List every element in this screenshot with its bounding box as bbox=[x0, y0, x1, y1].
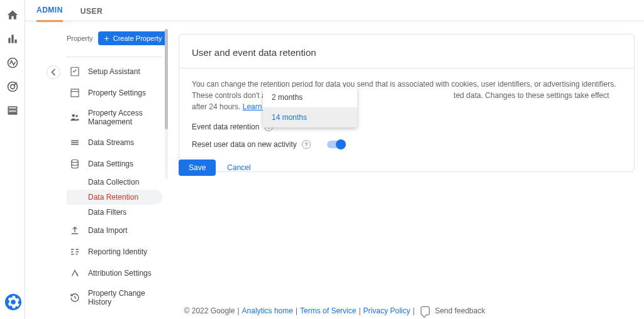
property-label: Property bbox=[67, 35, 93, 42]
footer-privacy-link[interactable]: Privacy Policy bbox=[364, 306, 411, 315]
nav-property-settings[interactable]: Property Settings bbox=[67, 82, 162, 104]
help-icon[interactable]: ? bbox=[302, 140, 311, 149]
nav-data-settings[interactable]: Data Settings bbox=[67, 153, 162, 175]
dropdown-option-14-months[interactable]: 14 months bbox=[263, 107, 357, 127]
identity-icon bbox=[69, 246, 80, 257]
svg-rect-0 bbox=[8, 38, 10, 43]
reports-icon[interactable] bbox=[6, 33, 19, 45]
svg-rect-2 bbox=[14, 40, 16, 43]
event-data-retention-row: Event data retention ? bbox=[192, 122, 621, 131]
admin-gear-fab[interactable] bbox=[5, 294, 21, 310]
database-icon bbox=[69, 158, 80, 170]
left-icon-rail bbox=[0, 0, 25, 319]
svg-point-13 bbox=[75, 115, 77, 117]
nav-data-import[interactable]: Data Import bbox=[67, 220, 162, 241]
tab-admin[interactable]: ADMIN bbox=[36, 6, 63, 22]
footer-analytics-home-link[interactable]: Analytics home bbox=[242, 306, 293, 315]
svg-point-12 bbox=[72, 114, 75, 117]
data-retention-card: User and event data retention You can ch… bbox=[179, 34, 635, 172]
home-icon[interactable] bbox=[6, 9, 19, 21]
svg-rect-6 bbox=[8, 107, 16, 109]
nav-setup-assistant[interactable]: Setup Assistant bbox=[67, 61, 162, 82]
nav-data-streams[interactable]: Data Streams bbox=[67, 132, 162, 153]
svg-rect-1 bbox=[11, 35, 13, 43]
advertising-icon[interactable] bbox=[6, 80, 19, 93]
settings-panel-icon bbox=[69, 87, 80, 99]
divider bbox=[25, 21, 644, 21]
nav-attribution-settings[interactable]: Attribution Settings bbox=[67, 262, 162, 284]
nav-property-access[interactable]: Property Access Management bbox=[67, 104, 162, 132]
svg-rect-7 bbox=[8, 110, 16, 112]
explore-icon[interactable] bbox=[6, 57, 19, 69]
svg-point-14 bbox=[72, 160, 79, 163]
tab-user[interactable]: USER bbox=[80, 7, 103, 21]
create-property-button[interactable]: + Create Property bbox=[98, 31, 169, 45]
event-data-retention-label: Event data retention bbox=[192, 122, 259, 131]
feedback-icon bbox=[421, 306, 430, 315]
streams-icon bbox=[69, 137, 80, 148]
page-footer: © 2022 Google | Analytics home | Terms o… bbox=[25, 303, 644, 319]
sidebar-scroll-thumb[interactable] bbox=[165, 29, 168, 129]
svg-rect-10 bbox=[71, 89, 79, 97]
footer-tos-link[interactable]: Terms of Service bbox=[300, 306, 356, 315]
attribution-icon bbox=[69, 268, 80, 279]
footer-send-feedback[interactable]: Send feedback bbox=[435, 306, 485, 315]
property-header: Property + Create Property bbox=[67, 31, 168, 45]
nav-reporting-identity[interactable]: Reporting Identity bbox=[67, 241, 162, 262]
card-description: You can change the retention period for … bbox=[192, 78, 621, 112]
back-button[interactable] bbox=[47, 65, 60, 79]
plus-icon: + bbox=[104, 34, 109, 43]
nav-data-retention[interactable]: Data Retention bbox=[67, 190, 162, 205]
footer-copyright: © 2022 Google bbox=[184, 306, 235, 315]
form-actions: Save Cancel bbox=[179, 160, 251, 176]
nav-data-collection[interactable]: Data Collection bbox=[67, 175, 162, 190]
cancel-button[interactable]: Cancel bbox=[227, 163, 250, 172]
people-icon bbox=[69, 112, 80, 123]
configure-icon[interactable] bbox=[6, 104, 19, 117]
upload-icon bbox=[69, 225, 80, 236]
create-property-label: Create Property bbox=[113, 35, 162, 42]
property-sidebar: Setup Assistant Property Settings Proper… bbox=[67, 57, 162, 311]
history-icon bbox=[69, 292, 80, 303]
checklist-icon bbox=[69, 66, 80, 77]
reset-user-data-toggle[interactable] bbox=[327, 141, 345, 148]
nav-data-filters[interactable]: Data Filters bbox=[67, 205, 162, 220]
save-button[interactable]: Save bbox=[179, 160, 216, 176]
reset-user-data-row: Reset user data on new activity ? bbox=[192, 140, 621, 149]
divider bbox=[67, 57, 162, 57]
reset-user-data-label: Reset user data on new activity bbox=[192, 140, 297, 149]
admin-user-tabs: ADMIN USER bbox=[36, 0, 103, 21]
svg-rect-8 bbox=[8, 113, 16, 114]
dropdown-option-2-months[interactable]: 2 months bbox=[263, 87, 357, 107]
card-title: User and event data retention bbox=[179, 35, 634, 68]
event-retention-dropdown: 2 months 14 months bbox=[263, 87, 357, 127]
